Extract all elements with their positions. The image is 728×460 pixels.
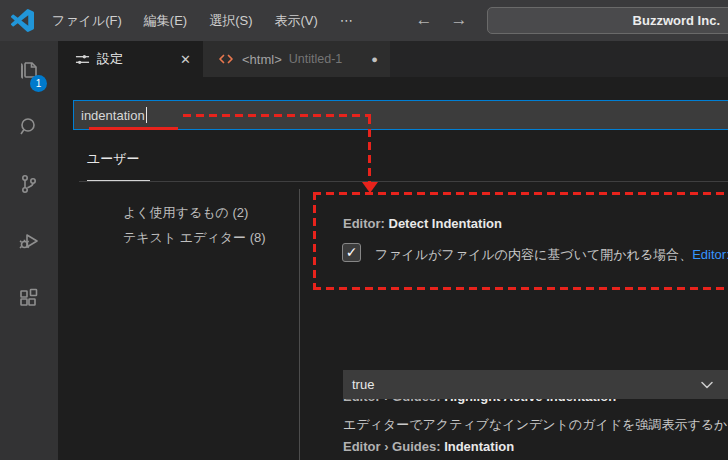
tab-bar: 設定 ✕ <html> Untitled-1 ● bbox=[58, 41, 728, 77]
explorer-badge: 1 bbox=[30, 75, 47, 92]
detect-indentation-checkbox[interactable]: ✓ bbox=[342, 243, 361, 262]
command-center[interactable]: Buzzword Inc. bbox=[487, 7, 728, 34]
close-icon[interactable]: ✕ bbox=[180, 52, 191, 67]
toc-divider bbox=[299, 189, 300, 460]
modified-dot-icon[interactable]: ● bbox=[371, 53, 378, 65]
setting-category: Editor: bbox=[343, 216, 389, 231]
tab-html-label: <html> bbox=[242, 52, 282, 67]
settings-editor: indentation ユーザー よく使用するもの (2) テキスト エディター… bbox=[58, 77, 728, 460]
settings-search-value: indentation bbox=[74, 108, 145, 123]
annotation-arrowhead bbox=[362, 182, 378, 193]
explorer-icon[interactable]: 1 bbox=[0, 41, 58, 98]
vscode-logo-icon bbox=[11, 9, 34, 32]
text-caret bbox=[146, 107, 148, 123]
setting-description-link[interactable]: Editor: bbox=[692, 247, 728, 262]
back-arrow-icon[interactable]: ← bbox=[412, 0, 436, 40]
menu-selection[interactable]: 選択(S) bbox=[198, 0, 263, 41]
scope-tab-user[interactable]: ユーザー bbox=[87, 150, 140, 168]
select-value: true bbox=[343, 370, 728, 399]
chevron-down-icon bbox=[701, 381, 713, 389]
menu-edit[interactable]: 編集(E) bbox=[133, 0, 198, 41]
toc-text-editor[interactable]: テキスト エディター (8) bbox=[123, 229, 266, 247]
title-bar: ファイル(F) 編集(E) 選択(S) 表示(V) ⋯ ← → Buzzword… bbox=[0, 0, 728, 41]
scope-rule bbox=[79, 181, 728, 182]
source-control-icon[interactable] bbox=[0, 155, 58, 212]
setting-category: Editor › Guides: bbox=[343, 439, 444, 454]
highlight-active-indentation-select[interactable]: true bbox=[343, 370, 728, 399]
setting-name: Detect Indentation bbox=[389, 216, 502, 231]
run-and-debug-icon[interactable] bbox=[0, 212, 58, 269]
setting-description-detect-indentation: ファイルがファイルの内容に基づいて開かれる場合、Editor: bbox=[375, 246, 728, 264]
menu-view[interactable]: 表示(V) bbox=[264, 0, 329, 41]
extensions-icon[interactable] bbox=[0, 269, 58, 326]
settings-search-input[interactable]: indentation bbox=[73, 100, 728, 130]
tab-settings-label: 設定 bbox=[97, 50, 123, 68]
setting-description-highlight-active-indentation: エディターでアクティブなインデントのガイドを強調表示するかどうか bbox=[343, 416, 728, 434]
annotation-dashed-box bbox=[313, 192, 728, 290]
setting-name: Indentation bbox=[444, 439, 514, 454]
menu-bar: ファイル(F) 編集(E) 選択(S) 表示(V) ⋯ bbox=[41, 0, 364, 41]
setting-title-guides-indentation: Editor › Guides: Indentation bbox=[343, 439, 514, 454]
tab-html-description: Untitled-1 bbox=[289, 52, 343, 66]
tab-settings[interactable]: 設定 ✕ bbox=[58, 41, 203, 77]
menu-file[interactable]: ファイル(F) bbox=[41, 0, 133, 41]
setting-title-detect-indentation: Editor: Detect Indentation bbox=[343, 216, 502, 231]
forward-arrow-icon[interactable]: → bbox=[447, 0, 471, 40]
settings-sliders-icon bbox=[75, 52, 90, 67]
activity-bar: 1 bbox=[0, 41, 58, 460]
search-icon[interactable] bbox=[0, 98, 58, 155]
tab-untitled-html[interactable]: <html> Untitled-1 ● bbox=[203, 41, 390, 77]
toc-commonly-used[interactable]: よく使用するもの (2) bbox=[123, 204, 248, 222]
menu-more-icon[interactable]: ⋯ bbox=[329, 0, 364, 41]
code-brackets-icon bbox=[218, 52, 234, 66]
setting-description-text: ファイルがファイルの内容に基づいて開かれる場合、 bbox=[375, 247, 692, 262]
